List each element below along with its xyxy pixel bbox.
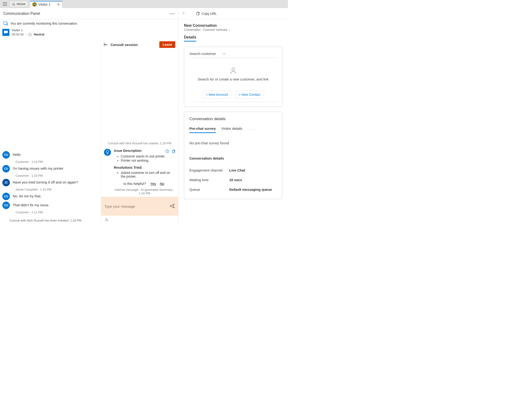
system-message: Consult with Nick Russell has been initi…	[10, 219, 99, 222]
message-meta: Customer - 1:10 PM	[16, 174, 99, 178]
active-session-card[interactable]: Visitor 1 00:00:54 | Neutral	[0, 27, 178, 39]
chat-message: JCHave you tried turning it off and on a…	[2, 179, 99, 191]
message-avatar: CU	[2, 151, 10, 159]
right-toolbar: Copy URL	[178, 8, 288, 19]
consult-header: Consult session Leave	[101, 39, 178, 50]
svg-point-7	[167, 150, 168, 151]
new-account-button[interactable]: + New Account	[202, 91, 232, 99]
compose-area[interactable]	[101, 197, 178, 216]
empty-customer-text: Search for or create a new customer, and…	[189, 77, 277, 81]
leave-button[interactable]: Leave	[159, 41, 175, 48]
chat-message: CUNo, let me try that.	[2, 193, 99, 200]
add-people-icon[interactable]	[105, 218, 109, 222]
detail-row: Waiting time10 secs	[189, 175, 277, 185]
collapse-left-icon[interactable]	[104, 43, 108, 47]
monitoring-banner: You are currently monitoring this conver…	[0, 19, 178, 27]
communication-panel-header: Communication Panel —	[0, 8, 178, 19]
detail-row: Engagement channelLive Chat	[189, 165, 277, 175]
detail-value: Default messaging queue	[229, 188, 272, 191]
tab-visitor-1[interactable]: V1 Visitor 1 ✕	[30, 1, 62, 8]
new-contact-button[interactable]: + New Contact	[235, 91, 264, 99]
info-icon[interactable]	[165, 150, 169, 153]
tab-home-label: Home	[17, 2, 25, 6]
home-icon	[12, 2, 15, 6]
session-timer: 00:00:54	[12, 32, 24, 37]
lightbulb-icon	[104, 149, 111, 156]
svg-point-2	[7, 24, 7, 25]
customer-search-card: Search customer --- Search for or create…	[184, 47, 282, 107]
message-text: I'm having issues with my printer	[13, 165, 63, 170]
message-text: Hello	[13, 151, 21, 157]
tab-prechat-survey[interactable]: Pre-chat survey	[189, 126, 216, 133]
detail-value: Live Chat	[229, 168, 245, 172]
conversation-details-card: Conversation details Pre-chat survey Vis…	[184, 112, 282, 199]
search-customer-value[interactable]: ---	[222, 52, 226, 56]
message-avatar: JC	[2, 179, 10, 186]
svg-rect-10	[197, 12, 199, 15]
chat-message: CUHelloCustomer - 1:10 PM	[2, 151, 99, 164]
record-header: New Conversation Conversation · Customer…	[178, 19, 288, 47]
top-bar: Home V1 Visitor 1 ✕	[0, 0, 288, 8]
svg-point-3	[29, 33, 32, 36]
chat-message: CUThat didn't fix my issue.Customer - 1:…	[2, 202, 99, 214]
consult-started-message: Consult with Nick Russell has started. 1…	[104, 141, 175, 145]
sentiment-neutral-icon	[28, 33, 32, 36]
toolbar-divider	[192, 10, 193, 17]
issue-description-title: Issue Description:	[114, 149, 142, 152]
resolutions-title: Resolutions Tried:	[114, 166, 175, 169]
chat-transcript: CUHelloCustomer - 1:10 PMCUI'm having is…	[0, 39, 101, 224]
message-meta: Customer - 1:10 PM	[16, 160, 99, 164]
message-text: Have you tried turning it off and on aga…	[13, 179, 78, 184]
svg-point-9	[106, 218, 107, 220]
person-icon	[189, 67, 277, 75]
tab-visitor-label: Visitor 1	[38, 3, 50, 6]
svg-rect-8	[172, 150, 174, 153]
consult-title: Consult session	[111, 43, 157, 47]
copy-icon[interactable]	[171, 150, 175, 153]
chat-message: CUI'm having issues with my printerCusto…	[2, 165, 99, 178]
detail-key: Engagement channel	[189, 168, 229, 172]
kv-section-title: Conversation details	[189, 156, 277, 160]
search-customer-label: Search customer	[189, 52, 216, 56]
session-visitor-name: Visitor 1	[12, 28, 44, 32]
details-tab[interactable]: Details	[184, 35, 196, 42]
minimize-icon[interactable]: —	[170, 10, 175, 17]
record-subtitle[interactable]: Conversation · Customer summary ⌄	[184, 28, 282, 31]
tab-home[interactable]: Home	[10, 1, 28, 7]
chat-icon	[2, 29, 10, 36]
empty-survey-text: No pre-chat survey found	[189, 141, 277, 145]
send-icon[interactable]	[170, 204, 175, 209]
helpful-no-link[interactable]: No	[160, 182, 164, 186]
message-input[interactable]	[104, 204, 170, 208]
copy-url-label: Copy URL	[202, 12, 217, 16]
copy-url-button[interactable]: Copy URL	[196, 12, 217, 16]
tab-visitor-details[interactable]: Visitor details	[221, 126, 242, 132]
svg-point-4	[29, 34, 30, 35]
communication-panel-title: Communication Panel	[3, 11, 40, 16]
conversation-details-title: Conversation details	[189, 117, 277, 121]
monitoring-text: You are currently monitoring this conver…	[10, 22, 78, 25]
message-text: That didn't fix my issue.	[13, 202, 49, 207]
tab-more[interactable]: . . .	[248, 126, 255, 132]
detail-key: Waiting time	[189, 178, 229, 182]
hamburger-menu[interactable]	[1, 1, 9, 7]
svg-point-5	[30, 34, 31, 35]
message-meta: Customer - 1:11 PM	[16, 210, 99, 214]
svg-point-11	[232, 68, 235, 71]
message-avatar: CU	[2, 202, 10, 209]
divider: |	[26, 32, 26, 37]
detail-key: Queue	[189, 188, 229, 191]
message-text: No, let me try that.	[13, 193, 42, 198]
helpful-prompt: Is this helpful? Yes No	[114, 182, 175, 186]
copy-url-icon	[196, 12, 200, 16]
close-icon[interactable]: ✕	[57, 3, 60, 6]
message-meta: Jamie Campbell - 1:10 PM	[16, 188, 99, 191]
message-avatar: CU	[2, 193, 10, 200]
issue-item: Customer wants to use printer.	[121, 154, 175, 158]
record-title: New Conversation	[184, 23, 282, 28]
detail-row: QueueDefault messaging queue	[189, 185, 277, 194]
session-sentiment: Neutral	[34, 32, 44, 37]
helpful-yes-link[interactable]: Yes	[150, 182, 156, 186]
back-icon[interactable]	[182, 11, 189, 16]
visitor-avatar-badge: V1	[32, 2, 37, 7]
